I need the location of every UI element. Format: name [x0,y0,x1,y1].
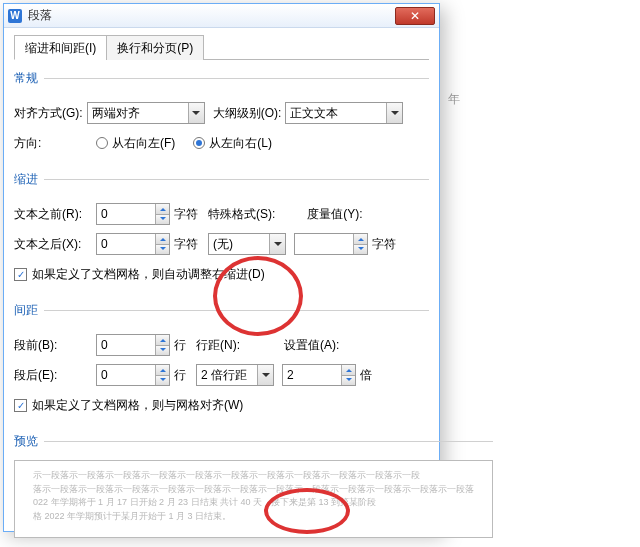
space-before-spinner[interactable]: 0 [96,334,170,356]
spinner-up-icon[interactable] [156,335,169,345]
preview-group: 预览 示一段落示一段落示一段落示一段落示一段落示一段落示一段落示一段落示一段落示… [14,433,493,538]
dialog-footer: 制表位(T)... 操作技巧 确定 取消 [14,538,429,547]
spinner-up-icon[interactable] [342,365,355,375]
set-value-value: 2 [287,368,294,382]
space-before-label: 段前(B): [14,337,92,354]
spinner-up-icon[interactable] [156,365,169,375]
space-before-value: 0 [101,338,108,352]
special-format-value: (无) [213,236,233,253]
set-value-spinner[interactable]: 2 [282,364,356,386]
tab-strip: 缩进和间距(I) 换行和分页(P) [14,34,429,60]
spacing-legend: 间距 [14,302,44,319]
preview-legend: 预览 [14,433,44,450]
ltr-label: 从左向右(L) [209,135,272,152]
titlebar: W 段落 ✕ [4,4,439,28]
spinner-up-icon[interactable] [156,234,169,244]
special-format-label: 特殊格式(S): [208,206,275,223]
spinner-up-icon[interactable] [354,234,367,244]
line-spacing-label: 行距(N): [196,337,240,354]
outline-label: 大纲级别(O): [213,105,282,122]
dialog-title: 段落 [28,7,52,24]
grid-align-checkbox[interactable]: 如果定义了文档网格，则与网格对齐(W) [14,397,243,414]
indent-after-label: 文本之后(X): [14,236,92,253]
preview-line: 022 年学期将于 1 月 17 日开始 2 月 23 日结束 共计 40 天，… [33,496,474,510]
tab-indent-spacing[interactable]: 缩进和间距(I) [14,35,107,60]
rtl-label: 从右向左(F) [112,135,175,152]
radio-icon [193,137,205,149]
indent-before-label: 文本之前(R): [14,206,92,223]
space-after-value: 0 [101,368,108,382]
line-unit: 行 [174,367,186,384]
radio-icon [96,137,108,149]
indent-after-value: 0 [101,237,108,251]
char-unit: 字符 [372,236,396,253]
indent-legend: 缩进 [14,171,44,188]
chevron-down-icon [269,234,285,254]
spinner-down-icon[interactable] [156,214,169,225]
char-unit: 字符 [174,236,198,253]
preview-line: 格 2022 年学期预计于某月开始于 1 月 3 日结束。 [33,510,474,524]
set-value-label: 设置值(A): [284,337,339,354]
tab-pagination[interactable]: 换行和分页(P) [106,35,204,60]
outline-value: 正文文本 [290,105,338,122]
measure-spinner[interactable] [294,233,368,255]
spinner-up-icon[interactable] [156,204,169,214]
preview-box: 示一段落示一段落示一段落示一段落示一段落示一段落示一段落示一段落示一段落示一段落… [14,460,493,538]
general-group: 常规 对齐方式(G): 两端对齐 大纲级别(O): 正文文本 方向: [14,70,429,161]
space-after-label: 段后(E): [14,367,92,384]
outline-combo[interactable]: 正文文本 [285,102,403,124]
indent-group: 缩进 文本之前(R): 0 字符 特殊格式(S): 度量值(Y): 文本之后(X… [14,171,429,292]
spinner-down-icon[interactable] [156,375,169,386]
line-spacing-value: 2 倍行距 [201,367,247,384]
background-text: 年 [448,87,460,111]
times-unit: 倍 [360,367,372,384]
direction-ltr-radio[interactable]: 从左向右(L) [193,135,272,152]
grid-align-label: 如果定义了文档网格，则与网格对齐(W) [32,397,243,414]
general-legend: 常规 [14,70,44,87]
spinner-down-icon[interactable] [354,244,367,255]
alignment-label: 对齐方式(G): [14,105,83,122]
checkbox-icon [14,399,27,412]
spinner-down-icon[interactable] [156,345,169,356]
char-unit: 字符 [174,206,198,223]
direction-rtl-radio[interactable]: 从右向左(F) [96,135,175,152]
paragraph-dialog: W 段落 ✕ 缩进和间距(I) 换行和分页(P) 常规 对齐方式(G): 两端对… [3,3,440,532]
line-spacing-combo[interactable]: 2 倍行距 [196,364,274,386]
measure-label: 度量值(Y): [307,206,362,223]
app-icon: W [8,9,22,23]
checkbox-icon [14,268,27,281]
chevron-down-icon [188,103,204,123]
auto-indent-checkbox[interactable]: 如果定义了文档网格，则自动调整右缩进(D) [14,266,265,283]
indent-before-spinner[interactable]: 0 [96,203,170,225]
space-after-spinner[interactable]: 0 [96,364,170,386]
alignment-combo[interactable]: 两端对齐 [87,102,205,124]
spacing-group: 间距 段前(B): 0 行 行距(N): 设置值(A): 段后(E): 0 [14,302,429,423]
line-unit: 行 [174,337,186,354]
chevron-down-icon [257,365,273,385]
spinner-down-icon[interactable] [156,244,169,255]
close-button[interactable]: ✕ [395,7,435,25]
direction-label: 方向: [14,135,92,152]
auto-indent-label: 如果定义了文档网格，则自动调整右缩进(D) [32,266,265,283]
special-format-combo[interactable]: (无) [208,233,286,255]
chevron-down-icon [386,103,402,123]
preview-line: 示一段落示一段落示一段落示一段落示一段落示一段落示一段落示一段落示一段落示一段落… [33,469,474,483]
spinner-down-icon[interactable] [342,375,355,386]
indent-after-spinner[interactable]: 0 [96,233,170,255]
indent-before-value: 0 [101,207,108,221]
preview-line: 落示一段落示一段落示一段落示一段落示一段落示一段落示一段落示一段落示一段落示一段… [33,483,474,497]
alignment-value: 两端对齐 [92,105,140,122]
